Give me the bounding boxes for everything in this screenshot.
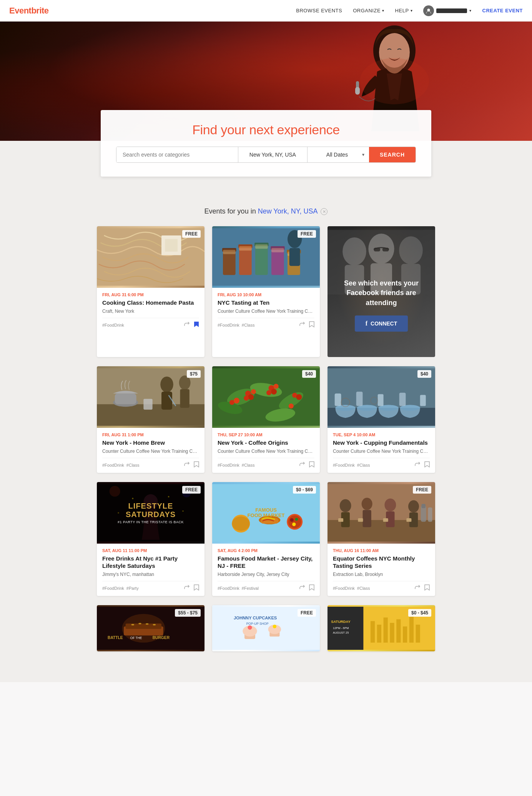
event-card[interactable]: FREE THU, AUG 16 11:00 AM Equator Coffee… xyxy=(328,482,435,596)
fb-card-text: See which events your Facebook friends a… xyxy=(334,279,429,308)
tag: #FoodDrink xyxy=(333,463,355,467)
svg-point-5 xyxy=(360,58,429,104)
create-event-button[interactable]: Create Event xyxy=(482,8,523,13)
price-badge: $55 - $75 xyxy=(175,609,201,617)
event-card[interactable]: BATTLE BURGER OF THE $55 - $75 xyxy=(97,605,204,651)
avatar xyxy=(423,5,434,16)
bookmark-icon[interactable] xyxy=(309,461,314,469)
section-location-link[interactable]: New York, NY, USA xyxy=(258,207,318,215)
logo[interactable]: Eventbrite xyxy=(9,6,49,16)
card-image-wrap: FREE xyxy=(212,226,320,288)
event-date: FRI, AUG 31 1:00 PM xyxy=(102,432,199,437)
location-input-wrap[interactable]: New York, NY, USA xyxy=(238,147,308,162)
tag: #FoodDrink xyxy=(102,463,124,467)
help-nav[interactable]: Help ▾ xyxy=(395,8,412,13)
event-card[interactable]: $40 TUE, SEP 4 10:00 AM New York - Cuppi… xyxy=(328,366,435,473)
price-badge: $0 - $45 xyxy=(408,609,431,617)
svg-point-64 xyxy=(289,404,294,409)
event-grid-row2: $75 FRI, AUG 31 1:00 PM New York - Home … xyxy=(97,366,435,473)
tag: #Class xyxy=(242,323,255,327)
help-chevron-icon: ▾ xyxy=(411,8,413,13)
facebook-connect-button[interactable]: f CONNECT xyxy=(355,315,408,332)
share-icon[interactable] xyxy=(184,461,190,469)
bookmark-icon[interactable] xyxy=(309,321,314,329)
bookmark-icon[interactable] xyxy=(194,321,199,329)
tag: #Party xyxy=(126,586,139,591)
user-menu[interactable]: ▾ xyxy=(423,5,472,16)
date-chevron-icon: ▾ xyxy=(362,152,364,157)
event-card[interactable]: LIFESTYLESATURDAYS #1 PARTY IN THE TRIST… xyxy=(97,482,204,596)
card-image-wrap: SATURDAY 12PM - 6PM AUGUST 25 xyxy=(328,605,435,651)
card-image-wrap: BATTLE BURGER OF THE $55 - $75 xyxy=(97,605,204,651)
share-icon[interactable] xyxy=(299,584,305,592)
organize-nav[interactable]: Organize ▾ xyxy=(353,8,384,13)
search-title: Find your next experience xyxy=(116,122,416,137)
browse-events-nav[interactable]: Browse Events xyxy=(296,8,342,13)
card-actions xyxy=(184,584,199,592)
event-tags: #FoodDrink #Class xyxy=(218,463,254,467)
facebook-card: See which events your Facebook friends a… xyxy=(328,226,435,357)
event-card[interactable]: FREE FRI, AUG 10 10:00 AM NYC Tasting at… xyxy=(212,226,320,357)
svg-point-121 xyxy=(131,624,134,625)
share-icon[interactable] xyxy=(184,584,190,592)
event-card[interactable]: $75 FRI, AUG 31 1:00 PM New York - Home … xyxy=(97,366,204,473)
bookmark-icon[interactable] xyxy=(309,584,314,592)
lifestyle-title: LIFESTYLESATURDAYS xyxy=(126,502,176,519)
svg-rect-112 xyxy=(383,518,388,522)
svg-rect-105 xyxy=(362,510,371,527)
share-icon[interactable] xyxy=(414,584,421,592)
card-image-wrap: FREE xyxy=(97,226,204,288)
svg-rect-111 xyxy=(358,518,363,522)
search-button[interactable]: SEARCH xyxy=(369,147,416,162)
event-venue: Craft, New York xyxy=(102,309,199,314)
share-icon[interactable] xyxy=(184,321,190,329)
svg-rect-78 xyxy=(399,393,406,406)
event-date: FRI, AUG 31 6:00 PM xyxy=(102,292,199,297)
card-image-wrap: JOHNNY CUPCAKES POP-UP SHOP FREE xyxy=(212,605,320,651)
event-card[interactable]: JOHNNY CUPCAKES POP-UP SHOP FREE xyxy=(212,605,320,651)
card-footer: #FoodDrink #Class xyxy=(333,458,430,469)
date-select-wrap[interactable]: All Dates ▾ xyxy=(308,147,369,162)
svg-text:12PM - 6PM: 12PM - 6PM xyxy=(333,626,349,629)
svg-rect-147 xyxy=(403,626,407,642)
clear-location-button[interactable]: ✕ xyxy=(321,208,328,215)
organize-chevron-icon: ▾ xyxy=(382,8,384,13)
event-venue: Counter Culture Coffee New York Training… xyxy=(218,309,314,314)
event-card[interactable]: FREE FRI, AUG 31 6:00 PM Cooking Class: … xyxy=(97,226,204,357)
bookmark-icon[interactable] xyxy=(424,584,430,592)
share-icon[interactable] xyxy=(299,321,305,329)
svg-rect-27 xyxy=(289,248,300,266)
event-card[interactable]: $40 THU, SEP 27 10:00 AM New York - Coff… xyxy=(212,366,320,473)
svg-rect-44 xyxy=(180,389,190,408)
price-badge: $40 xyxy=(302,370,316,378)
card-footer: #FoodDrink #Class xyxy=(102,458,199,469)
event-card[interactable]: FamousFood Market $0 - $69 SAT, AUG 4 2:… xyxy=(212,482,320,596)
bookmark-icon[interactable] xyxy=(194,584,199,592)
svg-point-124 xyxy=(153,624,156,625)
event-card[interactable]: SATURDAY 12PM - 6PM AUGUST 25 xyxy=(328,605,435,651)
bookmark-icon[interactable] xyxy=(194,461,199,469)
svg-text:OF THE: OF THE xyxy=(130,636,142,640)
card-body: FRI, AUG 10 10:00 AM NYC Tasting at Ten … xyxy=(212,288,320,333)
event-tags: #FoodDrink #Class xyxy=(218,323,254,327)
event-name: New York - Cupping Fundamentals xyxy=(333,439,430,447)
share-icon[interactable] xyxy=(299,461,305,469)
tag: #FoodDrink xyxy=(218,586,239,591)
event-tags: #FoodDrink #Class xyxy=(102,463,139,467)
svg-rect-9 xyxy=(165,239,178,252)
tag: #FoodDrink xyxy=(102,586,124,591)
event-tags: #FoodDrink #Class xyxy=(333,463,370,467)
svg-point-61 xyxy=(234,398,239,404)
svg-rect-115 xyxy=(422,504,426,508)
svg-rect-146 xyxy=(396,619,401,642)
event-tags: #FoodDrink xyxy=(102,323,124,327)
svg-point-29 xyxy=(342,237,366,265)
search-input[interactable] xyxy=(116,147,238,162)
svg-point-60 xyxy=(229,400,234,405)
share-icon[interactable] xyxy=(414,461,421,469)
bookmark-icon[interactable] xyxy=(424,461,430,469)
svg-point-0 xyxy=(427,8,430,11)
svg-rect-13 xyxy=(239,246,252,275)
card-body: SAT, AUG 4 2:00 PM Famous Food Market - … xyxy=(212,544,320,596)
event-name: Cooking Class: Homemade Pasta xyxy=(102,299,199,307)
